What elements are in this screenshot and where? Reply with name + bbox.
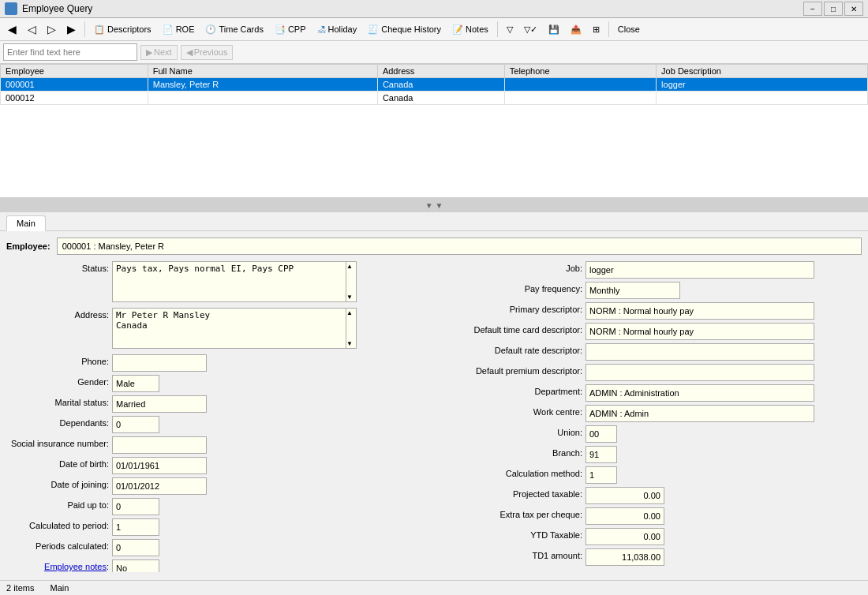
scroll-up-icon[interactable]: ▲	[346, 263, 357, 270]
dob-label: Date of birth:	[6, 457, 109, 469]
holiday-button[interactable]: 🏖 Holiday	[312, 22, 362, 36]
union-row: Union:	[440, 425, 862, 443]
search-input[interactable]	[3, 43, 137, 61]
paidupto-value[interactable]	[112, 498, 159, 515]
dependants-value[interactable]	[112, 416, 159, 433]
doj-value[interactable]	[112, 477, 207, 495]
next-button[interactable]: ▶ Next	[140, 45, 178, 60]
cheque-icon: 🧾	[368, 24, 379, 35]
branch-value[interactable]	[586, 446, 617, 463]
descriptors-button[interactable]: 📋 Descriptors	[89, 22, 156, 37]
cheque-history-button[interactable]: 🧾 Cheque History	[363, 22, 446, 37]
addr-scroll-down-icon[interactable]: ▼	[346, 340, 357, 347]
splitter[interactable]: ▼ ▼	[0, 198, 868, 212]
calcperiod-value[interactable]	[112, 518, 159, 536]
addr-scroll-up-icon[interactable]: ▲	[346, 309, 357, 316]
close-button[interactable]: ✕	[844, 2, 863, 16]
table-row[interactable]: 000012Canada	[1, 92, 868, 105]
gender-value[interactable]	[112, 375, 159, 392]
maximize-button[interactable]: □	[824, 2, 843, 16]
ytdtaxable-label: YTD Taxable:	[440, 528, 582, 540]
scroll-down-icon[interactable]: ▼	[346, 294, 357, 301]
roe-button[interactable]: 📄 ROE	[158, 22, 200, 37]
col-telephone: Telephone	[504, 65, 656, 78]
holiday-icon: 🏖	[317, 24, 326, 34]
dob-value[interactable]	[112, 457, 207, 474]
union-value[interactable]	[586, 425, 617, 443]
extratax-value[interactable]	[586, 507, 664, 525]
form-left: Status: Pays tax, Pays normal EI, Pays C…	[6, 261, 428, 572]
employee-header-value[interactable]	[57, 238, 862, 255]
splitter-arrows: ▼ ▼	[425, 201, 443, 210]
toolbar-nav-back[interactable]: ◀	[3, 21, 21, 38]
sin-value[interactable]	[112, 436, 207, 454]
department-label: Department:	[440, 384, 582, 396]
toolbar-nav-forward[interactable]: ▶	[62, 21, 80, 38]
ratedesc-label: Default rate descriptor:	[440, 343, 582, 355]
calcperiod-row: Calculated to period:	[6, 518, 428, 536]
export-button[interactable]: 📤	[566, 22, 586, 37]
address-value[interactable]: Mr Peter R Mansley Canada	[112, 308, 357, 349]
employee-table: Employee Full Name Address Telephone Job…	[0, 64, 868, 105]
table-row[interactable]: 000001Mansley, Peter RCanadalogger	[1, 78, 868, 92]
timecards-button[interactable]: 🕐 Time Cards	[200, 22, 268, 37]
next-label: Next	[154, 47, 172, 57]
filter-button[interactable]: ▽	[502, 22, 518, 37]
timecarddesc-label: Default time card descriptor:	[440, 323, 582, 335]
td1-value[interactable]	[586, 548, 664, 566]
next-arrow-icon: ▶	[146, 47, 152, 58]
periodscalc-value[interactable]	[112, 539, 159, 556]
toolbar-nav-next[interactable]: ▷	[43, 21, 61, 38]
premiumdesc-row: Default premium descriptor:	[440, 364, 862, 381]
payfreq-row: Pay frequency:	[440, 282, 862, 299]
previous-button[interactable]: ◀ Previous	[181, 45, 234, 60]
col-employee: Employee	[1, 65, 148, 78]
employee-notes-link[interactable]: Employee notes	[44, 562, 107, 571]
empnotes-value[interactable]	[112, 559, 159, 572]
ytdtaxable-value[interactable]	[586, 528, 664, 545]
separator-1	[84, 21, 85, 37]
filter-active-icon: ▽✓	[524, 24, 537, 35]
sin-label: Social insurance number:	[6, 436, 109, 448]
primarydesc-row: Primary descriptor:	[440, 302, 862, 320]
empnotes-row: Employee notes:	[6, 559, 428, 572]
doj-row: Date of joining:	[6, 477, 428, 495]
workcentre-value[interactable]	[586, 405, 814, 422]
job-label: Job:	[440, 261, 582, 273]
projtaxable-value[interactable]	[586, 487, 664, 504]
tab-main[interactable]: Main	[6, 215, 46, 231]
tab-main-label: Main	[17, 219, 36, 228]
marital-value[interactable]	[112, 395, 207, 413]
timecarddesc-value[interactable]	[586, 323, 814, 340]
col-jobdesc: Job Description	[657, 65, 868, 78]
cpp-button[interactable]: 📑 CPP	[270, 22, 311, 37]
close-app-button[interactable]: Close	[613, 22, 645, 36]
notes-button[interactable]: 📝 Notes	[447, 22, 493, 37]
filter-active-button[interactable]: ▽✓	[519, 22, 542, 37]
ratedesc-value[interactable]	[586, 343, 814, 361]
phone-value[interactable]	[112, 354, 207, 372]
descriptors-icon: 📋	[94, 24, 105, 35]
tabs-bar: Main	[0, 212, 868, 231]
search-bar: ▶ Next ◀ Previous	[0, 41, 868, 64]
calcmethod-value[interactable]	[586, 466, 617, 484]
timecardesc-row: Default time card descriptor:	[440, 323, 862, 340]
job-value[interactable]	[586, 261, 814, 279]
department-value[interactable]	[586, 384, 814, 402]
payfreq-value[interactable]	[586, 282, 680, 299]
dependants-row: Dependants:	[6, 416, 428, 433]
premiumdesc-label: Default premium descriptor:	[440, 364, 582, 376]
status-value[interactable]: Pays tax, Pays normal EI, Pays CPP	[112, 261, 357, 302]
save-button[interactable]: 💾	[544, 22, 564, 37]
grid-button[interactable]: ⊞	[588, 22, 604, 37]
grid-icon: ⊞	[593, 24, 600, 35]
toolbar-nav-prev[interactable]: ◁	[23, 21, 41, 38]
doj-label: Date of joining:	[6, 477, 109, 489]
marital-row: Marital status:	[6, 395, 428, 413]
extratax-label: Extra tax per cheque:	[440, 507, 582, 519]
descriptors-label: Descriptors	[107, 24, 152, 34]
paidupto-label: Paid up to:	[6, 498, 109, 510]
premiumdesc-value[interactable]	[586, 364, 814, 381]
minimize-button[interactable]: −	[803, 2, 822, 16]
primarydesc-value[interactable]	[586, 302, 814, 320]
